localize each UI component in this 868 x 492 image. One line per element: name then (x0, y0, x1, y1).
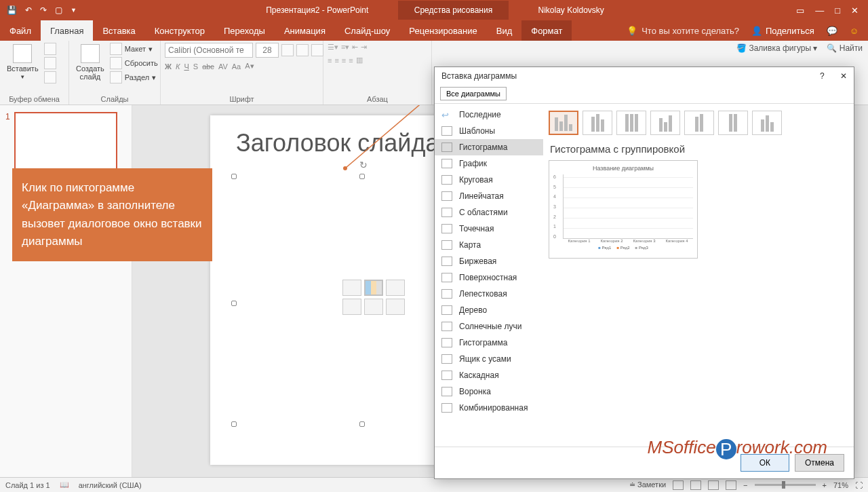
zoom-level[interactable]: 71% (833, 481, 848, 489)
save-icon[interactable]: 💾 (7, 5, 17, 15)
dialog-close-icon[interactable]: ✕ (840, 71, 847, 81)
slideshow-view-icon[interactable] (726, 480, 736, 490)
smiley-icon[interactable]: ☺ (850, 26, 859, 36)
tab-file[interactable]: Файл (0, 20, 41, 41)
zoom-in-button[interactable]: + (823, 481, 827, 489)
dialog-tab-all[interactable]: Все диаграммы (440, 87, 507, 100)
subtype-3d-column[interactable] (752, 111, 782, 135)
insert-picture-icon[interactable] (342, 299, 361, 315)
slide-title-placeholder[interactable]: Заголовок слайда (236, 129, 439, 157)
subtype-stacked-column[interactable] (583, 111, 612, 135)
chart-category-item[interactable]: График (435, 155, 543, 172)
slideshow-icon[interactable]: ▢ (55, 5, 62, 15)
paste-button[interactable]: Вставить▼ (4, 43, 41, 81)
subtype-100-stacked-column[interactable] (616, 111, 646, 135)
indent-dec-button[interactable]: ⇤ (352, 43, 358, 52)
layout-button[interactable]: Макет ▾ (110, 43, 158, 55)
indent-inc-button[interactable]: ⇥ (361, 43, 367, 52)
chart-category-item[interactable]: Круговая (435, 172, 543, 188)
slide-thumbnail-pane[interactable]: 1 (0, 105, 132, 477)
tab-insert[interactable]: Вставка (93, 20, 144, 41)
sorter-view-icon[interactable] (690, 480, 701, 490)
subtype-3d-stacked[interactable] (684, 111, 714, 135)
section-button[interactable]: Раздел ▾ (110, 71, 158, 83)
font-name-combo[interactable]: Calibri (Основной те (165, 43, 253, 58)
chart-category-item[interactable]: Поверхностная (435, 269, 543, 286)
tab-slideshow[interactable]: Слайд-шоу (335, 20, 399, 41)
chart-category-item[interactable]: С областями (435, 204, 543, 221)
underline-button[interactable]: Ч (184, 62, 189, 71)
case-button[interactable]: Aa (232, 62, 241, 71)
dialog-help-icon[interactable]: ? (820, 71, 825, 81)
zoom-slider[interactable] (755, 484, 816, 486)
chart-preview[interactable]: Название диаграммы 0123456 Категория 1Ка… (549, 160, 698, 259)
tab-animations[interactable]: Анимация (275, 20, 335, 41)
tab-format[interactable]: Формат (521, 20, 572, 41)
undo-icon[interactable]: ↶ (25, 5, 32, 15)
spellcheck-icon[interactable]: 📖 (60, 480, 69, 489)
format-painter-button[interactable] (44, 71, 56, 83)
redo-icon[interactable]: ↷ (40, 5, 47, 15)
justify-button[interactable]: ≡ (349, 56, 353, 64)
chart-category-item[interactable]: ↩Последние (435, 107, 543, 123)
align-center-button[interactable]: ≡ (334, 56, 338, 64)
minimize-icon[interactable]: ― (815, 5, 824, 16)
tab-home[interactable]: Главная (41, 20, 93, 41)
chart-category-item[interactable]: Ящик с усами (435, 351, 543, 367)
share-button[interactable]: 👤Поделиться (751, 26, 814, 36)
insert-table-icon[interactable] (342, 280, 361, 296)
slide-thumbnail[interactable] (14, 112, 117, 170)
insert-video-icon[interactable] (386, 299, 405, 315)
align-left-button[interactable]: ≡ (328, 56, 332, 64)
numbering-button[interactable]: ≡▾ (341, 43, 349, 52)
rotate-handle-icon[interactable] (359, 159, 365, 164)
language-status[interactable]: английский (США) (79, 481, 142, 489)
resize-handle[interactable] (231, 174, 237, 179)
chart-category-item[interactable]: Точечная (435, 221, 543, 237)
chart-category-item[interactable]: Карта (435, 237, 543, 253)
decrease-font-button[interactable] (296, 44, 309, 56)
chart-category-item[interactable]: Солнечные лучи (435, 318, 543, 335)
zoom-out-button[interactable]: − (743, 481, 747, 489)
chart-category-item[interactable]: Гистограмма (435, 139, 543, 155)
resize-handle[interactable] (359, 174, 365, 179)
tab-transitions[interactable]: Переходы (214, 20, 275, 41)
tab-design[interactable]: Конструктор (145, 20, 214, 41)
chart-category-item[interactable]: Лепестковая (435, 286, 543, 302)
slide-counter[interactable]: Слайд 1 из 1 (5, 481, 50, 489)
increase-font-button[interactable] (281, 44, 294, 56)
subtype-clustered-column[interactable] (549, 111, 578, 135)
chart-category-item[interactable]: Биржевая (435, 253, 543, 269)
bold-button[interactable]: Ж (165, 62, 172, 71)
resize-handle[interactable] (231, 421, 237, 427)
italic-button[interactable]: К (176, 62, 180, 71)
shadow-button[interactable]: S (193, 62, 198, 71)
resize-handle[interactable] (359, 421, 365, 427)
subtype-3d-clustered[interactable] (650, 111, 680, 135)
tab-review[interactable]: Рецензирование (399, 20, 486, 41)
shape-fill-button[interactable]: 🪣 Заливка фигуры ▾ (736, 43, 817, 53)
reset-button[interactable]: Сбросить (110, 57, 158, 69)
chart-category-item[interactable]: Дерево (435, 302, 543, 318)
chart-category-item[interactable]: Гистограмма (435, 335, 543, 351)
comments-icon[interactable]: 💬 (827, 26, 837, 36)
qat-more-icon[interactable]: ▼ (71, 7, 77, 14)
font-color-button[interactable]: A▾ (245, 62, 254, 71)
tab-view[interactable]: Вид (487, 20, 522, 41)
chart-category-item[interactable]: Воронка (435, 383, 543, 400)
insert-online-picture-icon[interactable] (364, 299, 383, 315)
clear-format-button[interactable] (311, 44, 323, 56)
resize-handle[interactable] (231, 301, 237, 306)
insert-chart-icon[interactable] (364, 280, 383, 296)
bullets-button[interactable]: ☰▾ (328, 43, 338, 52)
spacing-button[interactable]: AV (218, 62, 228, 71)
chart-category-item[interactable]: Каскадная (435, 367, 543, 383)
new-slide-button[interactable]: Создать слайд (73, 43, 107, 82)
chart-category-item[interactable]: Шаблоны (435, 123, 543, 139)
normal-view-icon[interactable] (673, 480, 684, 490)
chart-category-item[interactable]: Линейчатая (435, 188, 543, 204)
fit-to-window-icon[interactable]: ⛶ (855, 481, 863, 489)
maximize-icon[interactable]: □ (835, 5, 840, 16)
font-size-combo[interactable]: 28 (256, 43, 279, 58)
find-button[interactable]: 🔍 Найти (827, 43, 863, 53)
